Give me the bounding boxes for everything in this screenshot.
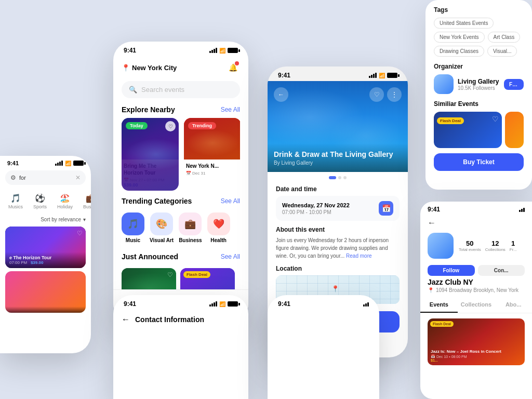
business-filter-icon: 💼 xyxy=(86,193,91,203)
tag-1[interactable]: New York Events xyxy=(434,32,485,43)
tab-collections[interactable]: Collections xyxy=(458,297,495,313)
phone-main: 9:41 📶 📍 New York City 🔔 🔍 Search events… xyxy=(113,42,248,322)
collections-label: Collections xyxy=(485,247,506,252)
battery-icon xyxy=(228,48,238,53)
similar-card-2[interactable] xyxy=(505,112,524,148)
tags-row: United States Events New York Events Art… xyxy=(434,18,524,57)
org-header: ← xyxy=(420,215,532,231)
event-card-1[interactable]: Trending New York N... 📅 Dec 31 xyxy=(184,118,240,191)
hero-controls: ← ♡ ⋮ xyxy=(274,87,402,102)
cat-health[interactable]: ❤️ Health xyxy=(207,212,230,243)
org-location: 📍 1094 Broadway Brooklyn, New York xyxy=(420,287,532,297)
location-display[interactable]: 📍 New York City xyxy=(122,64,177,72)
org-follow-button[interactable]: Follow xyxy=(428,265,475,276)
signal-bottom xyxy=(363,301,369,307)
categories-grid: 🎵 Music 🎨 Visual Art 💼 Business ❤️ Healt… xyxy=(122,212,240,243)
heart-button-detail[interactable]: ♡ xyxy=(369,87,384,102)
business-icon: 💼 xyxy=(179,212,202,235)
org-event-1[interactable]: Jazz Is: Now – Joel Ross in Concert 📅 De… xyxy=(428,318,525,365)
search-bar[interactable]: 🔍 Search events xyxy=(122,81,240,98)
collections-num: 12 xyxy=(485,240,506,247)
org-event-1-title: Jazz Is: Now – Joel Ross in Concert xyxy=(431,349,501,354)
similar-events-section: Similiar Events Flash Deal ♡ Buy Ticket xyxy=(434,100,524,171)
bottom-time: 9:41 xyxy=(278,300,290,308)
search-placeholder: Search events xyxy=(141,86,184,94)
location-pin-icon: 📍 xyxy=(122,64,130,72)
buy-ticket-button-right[interactable]: Buy Ticket xyxy=(434,153,524,171)
search-filter-bar[interactable]: ⚙ for ✕ xyxy=(5,170,86,185)
battery-icon-search xyxy=(73,161,84,166)
mini-event-2[interactable] xyxy=(5,271,86,313)
cat-music[interactable]: 🎵 Music xyxy=(122,212,144,243)
notification-button[interactable]: 🔔 xyxy=(225,60,240,75)
filter-sports[interactable]: ⚽ Sports xyxy=(30,191,50,211)
status-bar-search: 9:41 📶 xyxy=(0,156,91,167)
signal-org xyxy=(519,207,525,212)
search-input[interactable]: for xyxy=(19,175,72,181)
map-pin-icon: 📍 xyxy=(331,285,339,292)
cat-business[interactable]: 💼 Business xyxy=(179,212,202,243)
back-button-detail[interactable]: ← xyxy=(274,87,288,102)
explore-nearby-header: Explore Nearby See All xyxy=(122,103,240,118)
filter-business[interactable]: 💼 Busin... xyxy=(80,191,91,211)
similar-heart-1[interactable]: ♡ xyxy=(492,115,499,123)
org-stat-events: 50 Total events xyxy=(459,240,481,252)
wifi-icon: 📶 xyxy=(219,48,225,54)
filter-tabs: 🎵 Musics ⚽ Sports 🏖️ Holiday 💼 Busin... xyxy=(0,188,91,215)
trending-see-all[interactable]: See All xyxy=(221,197,240,205)
org-event-1-price: $1... xyxy=(431,358,501,362)
org-avatar xyxy=(428,233,454,259)
total-events-label: Total events xyxy=(459,247,481,252)
tag-2[interactable]: Art Class xyxy=(488,32,521,43)
org-back-button[interactable]: ← xyxy=(428,218,436,227)
status-bar-main: 9:41 📶 xyxy=(113,42,248,56)
signal-icon-search xyxy=(55,161,63,166)
announced-heart-1[interactable]: ♡ xyxy=(167,271,173,278)
signal-contact xyxy=(209,301,217,307)
mini-event-1-meta: 07:00 PM $39.00 xyxy=(9,260,82,265)
mini-event-1[interactable]: ♡ e The Horizon Tour 07:00 PM $39.00 xyxy=(5,227,86,268)
organizer-info: Living Gallery 10.5K Followers xyxy=(458,78,500,91)
event-card-0[interactable]: Today ♡ Bring Me The Horizon Tour 📅 Nov … xyxy=(122,118,179,191)
phone-search: 9:41 📶 ⚙ for ✕ 🎵 Musics ⚽ Sports 🏖️ Holi… xyxy=(0,156,91,353)
tag-4[interactable]: Visual... xyxy=(487,46,517,57)
contact-time: 9:41 xyxy=(124,300,136,308)
organizer-name: Living Gallery xyxy=(458,78,500,85)
tab-about[interactable]: Abo... xyxy=(495,297,532,313)
filter-icon[interactable]: ⚙ xyxy=(10,174,16,181)
tab-events[interactable]: Events xyxy=(420,297,458,313)
event-heart-0[interactable]: ♡ xyxy=(165,121,176,131)
hero-overlay: Drink & Draw at The Living Gallery By Li… xyxy=(268,143,408,172)
more-button-detail[interactable]: ⋮ xyxy=(387,87,402,102)
calendar-icon[interactable]: 📅 xyxy=(379,201,393,216)
follow-button[interactable]: Foll... xyxy=(504,79,524,90)
phone-org: 9:41 ← 50 Total events 12 Collections 1 … xyxy=(420,202,532,399)
cat-visual-art[interactable]: 🎨 Visual Art xyxy=(150,212,174,243)
time: 9:41 xyxy=(124,47,136,54)
tag-0[interactable]: United States Events xyxy=(434,18,494,29)
tag-3[interactable]: Drawing Classes xyxy=(434,46,484,57)
back-btn-contact[interactable]: ← xyxy=(122,315,130,324)
explore-see-all[interactable]: See All xyxy=(221,106,240,113)
search-icon: 🔍 xyxy=(129,86,137,94)
org-tabs: Events Collections Abo... xyxy=(420,297,532,313)
announced-see-all[interactable]: See All xyxy=(221,253,240,260)
read-more-link[interactable]: Read more xyxy=(346,253,371,259)
event-time: 07:00 PM - 10:00 PM xyxy=(282,209,350,215)
clear-search-icon[interactable]: ✕ xyxy=(75,174,81,181)
filter-musics[interactable]: 🎵 Musics xyxy=(5,191,26,211)
trending-badge: Trending xyxy=(188,122,216,129)
phone-contact: 9:41 📶 ← Contact Information xyxy=(113,295,248,399)
filter-holiday[interactable]: 🏖️ Holiday xyxy=(54,191,76,211)
org-contact-button[interactable]: Con... xyxy=(478,265,525,276)
mini-heart-1[interactable]: ♡ xyxy=(77,230,83,237)
wifi-contact: 📶 xyxy=(219,301,225,307)
similar-card-1[interactable]: Flash Deal ♡ xyxy=(434,112,502,148)
contact-header: ← Contact Information xyxy=(113,310,248,329)
mini-event-2-overlay xyxy=(5,307,86,313)
status-bar-org: 9:41 xyxy=(420,202,532,215)
contact-title: Contact Information xyxy=(135,315,204,324)
mini-event-1-price: $39.00 xyxy=(31,260,43,265)
sort-bar[interactable]: Sort by relevance ▾ xyxy=(0,215,91,224)
dot-3 xyxy=(343,176,347,179)
